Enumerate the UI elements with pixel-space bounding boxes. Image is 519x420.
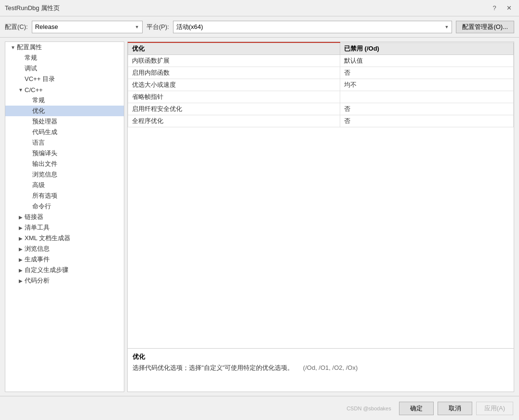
col-value-header: 已禁用 (/Od) (340, 42, 514, 55)
window-title: TestRunDbg 属性页 (5, 4, 60, 13)
table-row[interactable]: 省略帧指针 (128, 91, 514, 103)
tree-item-cpp_cmdline[interactable]: 命令行 (5, 201, 124, 212)
tree-item-label: 常规 (32, 96, 45, 105)
tree-item-vcpp[interactable]: VC++ 目录 (5, 74, 124, 84)
bottom-bar: CSDN @sbodakes 确定 取消 应用(A) (0, 396, 519, 420)
tree-item-label: 清单工具 (25, 223, 50, 232)
toolbar: 配置(C): Release ▼ 平台(P): 活动(x64) ▼ 配置管理器(… (0, 16, 519, 38)
property-tree: ▼配置属性常规调试VC++ 目录▼C/C++常规优化预处理器代码生成语言预编译头… (5, 41, 124, 392)
tree-item-label: 输出文件 (32, 160, 57, 168)
tree-expand-icon: ▶ (17, 236, 25, 241)
tree-item-label: 所有选项 (32, 191, 57, 200)
cancel-button[interactable]: 取消 (438, 402, 472, 415)
title-bar: TestRunDbg 属性页 ? ✕ (0, 0, 519, 16)
property-table: 优化 已禁用 (/Od) 内联函数扩展默认值启用内部函数否优选大小或速度均不省略… (128, 42, 514, 127)
desc-main-text: 选择代码优化选项；选择"自定义"可使用特定的优化选项。 (133, 364, 293, 371)
tree-expand-icon: ▶ (17, 268, 25, 273)
property-table-container: 优化 已禁用 (/Od) 内联函数扩展默认值启用内部函数否优选大小或速度均不省略… (128, 42, 514, 348)
tree-item-label: 代码分析 (25, 276, 50, 285)
tree-item-cpp_advanced[interactable]: 高级 (5, 180, 124, 190)
tree-expand-icon: ▼ (17, 87, 25, 93)
table-row[interactable]: 优选大小或速度均不 (128, 79, 514, 91)
tree-item-label: 代码生成 (32, 128, 57, 136)
tree-item-label: C/C++ (25, 86, 43, 94)
prop-name: 启用内部函数 (128, 67, 340, 79)
desc-hint: (/Od, /O1, /O2, /Ox) (303, 364, 358, 371)
prop-value (340, 91, 514, 103)
tree-item-browse_info[interactable]: ▶浏览信息 (5, 244, 124, 254)
prop-name: 优选大小或速度 (128, 79, 340, 91)
table-row[interactable]: 启用内部函数否 (128, 67, 514, 79)
platform-dropdown-arrow: ▼ (444, 25, 449, 29)
watermark: CSDN @sbodakes (346, 405, 395, 412)
table-row[interactable]: 内联函数扩展默认值 (128, 55, 514, 67)
ok-button[interactable]: 确定 (399, 402, 434, 415)
table-row[interactable]: 全程序优化否 (128, 115, 514, 127)
tree-item-manifest[interactable]: ▶清单工具 (5, 222, 124, 233)
tree-item-cpp_browse[interactable]: 浏览信息 (5, 169, 124, 180)
titlebar-controls: ? ✕ (489, 3, 514, 14)
prop-value: 均不 (340, 79, 514, 91)
tree-item-label: 预处理器 (32, 117, 57, 126)
config-dropdown-arrow: ▼ (135, 25, 139, 29)
tree-item-label: 浏览信息 (32, 170, 57, 179)
tree-item-custom_step[interactable]: ▶自定义生成步骤 (5, 265, 124, 275)
tree-item-debug[interactable]: 调试 (5, 63, 124, 74)
tree-expand-icon: ▶ (17, 246, 25, 252)
config-dropdown[interactable]: Release ▼ (32, 21, 143, 33)
help-button[interactable]: ? (489, 3, 500, 14)
tree-item-label: 优化 (32, 107, 45, 115)
config-label: 配置(C): (5, 23, 28, 31)
tree-item-label: XML 文档生成器 (25, 234, 70, 243)
tree-item-build_event[interactable]: ▶生成事件 (5, 254, 124, 265)
tree-expand-icon: ▼ (9, 45, 17, 50)
main-content: ▼配置属性常规调试VC++ 目录▼C/C++常规优化预处理器代码生成语言预编译头… (0, 38, 519, 396)
tree-expand-icon: ▶ (17, 257, 25, 262)
tree-item-linker[interactable]: ▶链接器 (5, 212, 124, 222)
tree-item-xml[interactable]: ▶XML 文档生成器 (5, 233, 124, 244)
tree-item-label: 链接器 (25, 213, 43, 221)
tree-item-cpp_preproc[interactable]: 预处理器 (5, 116, 124, 127)
prop-value: 否 (340, 67, 514, 79)
tree-item-label: 调试 (25, 64, 37, 73)
tree-item-cpp[interactable]: ▼C/C++ (5, 84, 124, 95)
tree-item-code_analysis[interactable]: ▶代码分析 (5, 275, 124, 286)
desc-title: 优化 (133, 352, 509, 361)
config-manager-button[interactable]: 配置管理器(O)... (456, 21, 514, 33)
tree-item-label: 生成事件 (25, 255, 50, 264)
tree-item-root[interactable]: ▼配置属性 (5, 42, 124, 53)
platform-label: 平台(P): (146, 23, 169, 31)
tree-item-label: 常规 (25, 54, 37, 62)
tree-item-cpp_codegen[interactable]: 代码生成 (5, 127, 124, 137)
col-name-header: 优化 (128, 42, 340, 55)
tree-item-label: 自定义生成步骤 (25, 266, 68, 274)
desc-text: 选择代码优化选项；选择"自定义"可使用特定的优化选项。 (/Od, /O1, /… (133, 363, 509, 373)
platform-dropdown[interactable]: 活动(x64) ▼ (173, 21, 452, 33)
tree-item-cpp_general[interactable]: 常规 (5, 95, 124, 106)
tree-expand-icon: ▶ (17, 215, 25, 220)
tree-item-label: VC++ 目录 (25, 75, 55, 83)
prop-value: 否 (340, 103, 514, 115)
tree-item-label: 浏览信息 (25, 244, 50, 253)
tree-expand-icon: ▶ (17, 278, 25, 284)
tree-item-cpp_lang[interactable]: 语言 (5, 137, 124, 148)
tree-item-cpp_output[interactable]: 输出文件 (5, 159, 124, 169)
tree-item-cpp_pch[interactable]: 预编译头 (5, 148, 124, 159)
tree-item-label: 配置属性 (17, 43, 42, 52)
prop-name: 全程序优化 (128, 115, 340, 127)
close-button[interactable]: ✕ (504, 3, 514, 14)
platform-value: 活动(x64) (176, 23, 443, 31)
tree-item-general[interactable]: 常规 (5, 53, 124, 63)
prop-name: 内联函数扩展 (128, 55, 340, 67)
table-row[interactable]: 启用纤程安全优化否 (128, 103, 514, 115)
prop-name: 启用纤程安全优化 (128, 103, 340, 115)
tree-item-cpp_optimize[interactable]: 优化 (5, 106, 124, 116)
config-value: Release (35, 23, 133, 30)
tree-item-label: 语言 (32, 138, 45, 147)
property-panel: 优化 已禁用 (/Od) 内联函数扩展默认值启用内部函数否优选大小或速度均不省略… (127, 41, 514, 392)
tree-item-cpp_allopts[interactable]: 所有选项 (5, 190, 124, 201)
apply-button[interactable]: 应用(A) (476, 402, 513, 415)
prop-value: 默认值 (340, 55, 514, 67)
tree-expand-icon: ▶ (17, 225, 25, 230)
tree-item-label: 预编译头 (32, 149, 57, 158)
